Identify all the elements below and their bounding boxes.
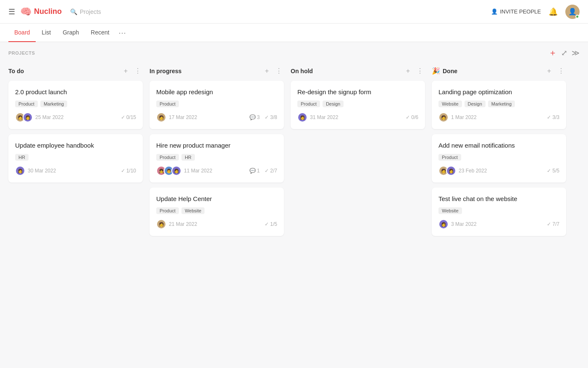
- card-title: Add new email notifications: [438, 141, 559, 150]
- tab-list[interactable]: List: [36, 24, 57, 42]
- tag: Design: [465, 101, 486, 107]
- card-comments: 💬1: [249, 168, 260, 174]
- check-icon: ✓: [547, 221, 551, 227]
- col-actions-onhold: +⋮: [404, 66, 425, 76]
- col-title-onhold: On hold: [291, 68, 402, 74]
- tag: Product: [15, 101, 38, 107]
- col-header-onhold: On hold+⋮: [291, 64, 425, 81]
- avatar: 🧑: [156, 112, 166, 122]
- avatar: 🧑: [156, 219, 166, 229]
- tab-graph[interactable]: Graph: [57, 24, 85, 42]
- search-placeholder: Projects: [80, 8, 101, 15]
- col-actions-todo: +⋮: [122, 66, 143, 76]
- tag: Marketing: [488, 101, 515, 107]
- tag: HR: [15, 154, 29, 161]
- col-add-button-onhold[interactable]: +: [404, 66, 412, 76]
- check-count: 0/15: [126, 114, 136, 120]
- card-checks: ✓1/10: [121, 168, 136, 174]
- invite-people-button[interactable]: 👤 INVITE PEOPLE: [491, 8, 541, 15]
- tabs-more-button[interactable]: ⋯: [115, 28, 129, 37]
- col-more-button-onhold[interactable]: ⋮: [415, 66, 425, 76]
- card[interactable]: Landing page optimizationWebsiteDesignMa…: [432, 81, 566, 129]
- col-add-button-inprogress[interactable]: +: [263, 66, 270, 76]
- card[interactable]: Re-design the signup formProductDesign👩3…: [291, 81, 425, 129]
- card[interactable]: 2.0 product launchProductMarketing🧑👩25 M…: [8, 81, 143, 129]
- collapse-icon[interactable]: ≫: [572, 48, 580, 58]
- card-avatars: 🧑: [156, 112, 164, 122]
- card-avatars: 👩: [438, 219, 446, 229]
- card-title: Update Help Center: [156, 194, 277, 203]
- card-tags: WebsiteDesignMarketing: [438, 101, 559, 107]
- col-actions-inprogress: +⋮: [263, 66, 284, 76]
- comment-count: 3: [257, 114, 260, 120]
- column-todo: To do+⋮2.0 product launchProductMarketin…: [8, 64, 143, 188]
- card-date: 25 Mar 2022: [35, 114, 63, 120]
- menu-icon[interactable]: ☰: [8, 7, 15, 16]
- tag: Product: [156, 101, 179, 107]
- comment-icon: 💬: [249, 168, 256, 174]
- col-title-done: Done: [443, 68, 543, 74]
- check-icon: ✓: [265, 221, 269, 227]
- card[interactable]: Test live chat on the websiteWebsite👩3 M…: [432, 188, 566, 236]
- card-date: 31 Mar 2022: [310, 114, 338, 120]
- check-count: 2/7: [270, 168, 277, 174]
- column-done: 🎉Done+⋮Landing page optimizationWebsiteD…: [432, 64, 566, 241]
- card[interactable]: Add new email notificationsProduct🧑👩23 F…: [432, 134, 566, 183]
- card-meta: ✓1/5: [265, 221, 277, 227]
- check-count: 0/6: [411, 114, 418, 120]
- avatar: 👩: [297, 112, 307, 122]
- card-date: 17 Mar 2022: [169, 114, 197, 120]
- check-icon: ✓: [265, 114, 269, 120]
- col-more-button-done[interactable]: ⋮: [556, 66, 566, 76]
- search-icon: 🔍: [70, 8, 77, 15]
- card-title: 2.0 product launch: [15, 87, 136, 96]
- col-add-button-done[interactable]: +: [546, 66, 553, 76]
- card-date: 11 Mar 2022: [184, 168, 212, 174]
- check-count: 3/8: [270, 114, 277, 120]
- add-project-button[interactable]: ＋: [549, 47, 557, 58]
- card[interactable]: Mobile app redesignProduct🧑17 Mar 2022💬3…: [150, 81, 284, 129]
- avatar: 👩: [171, 166, 181, 176]
- card[interactable]: Update Help CenterProductWebsite🧑21 Mar …: [150, 188, 284, 236]
- expand-icon[interactable]: ⤢: [561, 48, 567, 58]
- check-icon: ✓: [121, 114, 125, 120]
- avatar: 👩: [446, 166, 456, 176]
- card-checks: ✓1/5: [265, 221, 277, 227]
- check-icon: ✓: [265, 168, 269, 174]
- card-meta: ✓0/15: [121, 114, 136, 120]
- col-more-button-todo[interactable]: ⋮: [133, 66, 143, 76]
- tab-board[interactable]: Board: [8, 24, 36, 42]
- card-footer: 👩31 Mar 2022✓0/6: [297, 112, 418, 122]
- column-onhold: On hold+⋮Re-design the signup formProduc…: [291, 64, 425, 134]
- card-meta: ✓3/3: [547, 114, 559, 120]
- card[interactable]: Hire new product managerProductHR👧👨👩11 M…: [150, 134, 284, 183]
- header-right: 👤 INVITE PEOPLE 🔔 👤: [491, 5, 580, 19]
- col-more-button-inprogress[interactable]: ⋮: [274, 66, 284, 76]
- check-count: 1/10: [126, 168, 136, 174]
- user-avatar-wrap[interactable]: 👤: [565, 5, 580, 19]
- card-checks: ✓5/5: [547, 168, 559, 174]
- card-meta: 💬1✓2/7: [249, 168, 277, 174]
- card[interactable]: Update employee handbookHR👩30 Mar 2022✓1…: [8, 134, 143, 183]
- card-checks: ✓0/15: [121, 114, 136, 120]
- check-icon: ✓: [121, 168, 125, 174]
- add-person-icon: 👤: [491, 8, 498, 15]
- section-label: PROJECTS: [8, 50, 35, 56]
- card-footer: 👩30 Mar 2022✓1/10: [15, 166, 136, 176]
- card-title: Re-design the signup form: [297, 87, 418, 96]
- card-checks: ✓3/8: [265, 114, 277, 120]
- col-add-button-todo[interactable]: +: [122, 66, 129, 76]
- card-avatars: 👩: [15, 166, 23, 176]
- avatar: 👩: [15, 166, 25, 176]
- card-checks: ✓2/7: [265, 168, 277, 174]
- card-tags: ProductDesign: [297, 101, 418, 107]
- tab-recent[interactable]: Recent: [85, 24, 115, 42]
- comment-count: 1: [257, 168, 260, 174]
- bell-icon[interactable]: 🔔: [549, 7, 558, 16]
- card-meta: ✓1/10: [121, 168, 136, 174]
- card-footer: 🧑1 Mar 2022✓3/3: [438, 112, 559, 122]
- card-avatars: 👧👨👩: [156, 166, 179, 176]
- tabs-bar: Board List Graph Recent ⋯: [0, 24, 588, 42]
- avatar: 🧑: [438, 112, 449, 122]
- card-meta: ✓5/5: [547, 168, 559, 174]
